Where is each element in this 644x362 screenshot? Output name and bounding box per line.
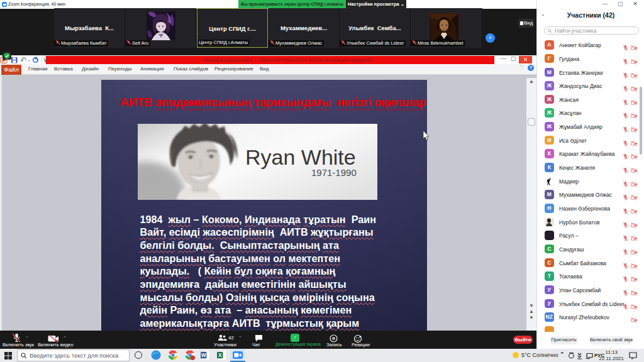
svg-text:Ryan White: Ryan White: [245, 145, 356, 169]
svg-text:1971-1990: 1971-1990: [311, 167, 357, 178]
svg-text:X: X: [218, 352, 222, 358]
svg-text:W: W: [201, 352, 206, 358]
